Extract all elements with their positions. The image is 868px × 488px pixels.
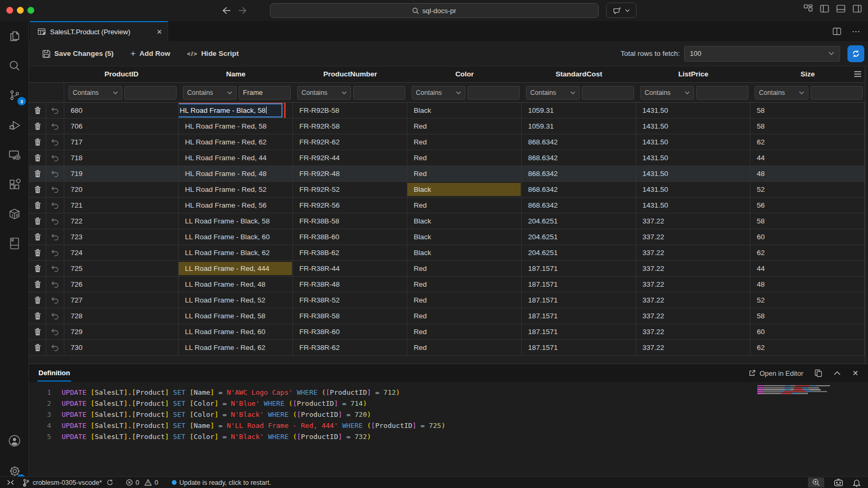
cell-standardcost[interactable]: 187.1571 [522,324,636,339]
zoom-status-icon[interactable] [808,477,824,487]
revert-row-icon[interactable] [46,103,64,118]
source-control-icon[interactable]: 3 [0,83,29,106]
tab-close-icon[interactable]: ✕ [157,28,162,36]
problems-status[interactable]: 0 0 [126,479,158,486]
cell-name[interactable]: HL Road Frame - Black, 58 [179,103,293,118]
forward-arrow-icon[interactable] [236,4,249,17]
filter-input-productid[interactable] [124,86,177,100]
remote-indicator-icon[interactable] [5,479,14,486]
revert-row-icon[interactable] [46,277,64,292]
toggle-primary-sidebar-icon[interactable] [820,5,829,13]
add-row-button[interactable]: + Add Row [131,48,170,59]
cell-size[interactable]: 58 [750,213,865,229]
update-ready-status[interactable]: Update is ready, click to restart. [172,479,271,486]
cell-standardcost[interactable]: 187.1571 [522,292,636,308]
delete-row-icon[interactable] [29,292,46,308]
collapse-panel-icon[interactable] [834,371,841,375]
cell-listprice[interactable]: 1431.50 [636,182,750,197]
open-in-editor-button[interactable]: Open in Editor [748,369,803,377]
table-row-726[interactable]: 726LL Road Frame - Red, 48FR-R38R-48Red1… [29,277,865,292]
table-row-719[interactable]: 719HL Road Frame - Red, 48FR-R92R-48Red8… [29,166,865,182]
delete-row-icon[interactable] [29,182,46,197]
cell-listprice[interactable]: 1431.50 [636,134,750,150]
filter-input-size[interactable] [811,86,863,100]
delete-row-icon[interactable] [29,261,46,276]
cell-productid[interactable]: 721 [64,198,179,213]
column-header-listprice[interactable]: ListPrice [636,66,750,82]
search-panel-icon[interactable] [0,54,29,77]
cell-color[interactable]: Red [407,166,522,181]
command-center-search[interactable]: sql-docs-pr [270,3,599,18]
cell-productnumber[interactable]: FR-R38R-60 [293,324,407,339]
table-row-723[interactable]: 723LL Road Frame - Black, 60FR-R38B-60Bl… [29,229,865,245]
cell-productnumber[interactable]: FR-R38B-58 [293,213,407,229]
maximize-window-button[interactable] [27,7,34,14]
cell-size[interactable]: 58 [750,119,865,134]
delete-row-icon[interactable] [29,277,46,292]
cell-productnumber[interactable]: FR-R38R-52 [293,292,407,308]
hide-script-button[interactable]: </> Hide Script [187,50,239,57]
cell-standardcost[interactable]: 204.6251 [522,245,636,260]
cell-standardcost[interactable]: 187.1571 [522,277,636,292]
notifications-bell-icon[interactable] [853,479,861,487]
cell-productid[interactable]: 680 [64,103,179,118]
toggle-panel-icon[interactable] [836,5,845,13]
close-panel-icon[interactable]: ✕ [852,369,859,377]
cell-name[interactable]: LL Road Frame - Red, 62 [179,340,293,355]
cell-productnumber[interactable]: FR-R92B-58 [293,103,407,118]
cell-standardcost[interactable]: 1059.31 [522,103,636,118]
cell-productid[interactable]: 722 [64,213,179,229]
revert-row-icon[interactable] [46,308,64,324]
remote-explorer-icon[interactable] [0,143,29,167]
cell-standardcost[interactable]: 187.1571 [522,340,636,355]
cell-size[interactable]: 48 [750,166,865,181]
cell-size[interactable]: 44 [750,261,865,276]
cell-name[interactable]: LL Road Frame - Red, 48 [179,277,293,292]
cell-listprice[interactable]: 337.22 [636,340,750,355]
cell-name[interactable]: LL Road Frame - Black, 60 [179,229,293,245]
table-row-728[interactable]: 728LL Road Frame - Red, 58FR-R38R-58Red1… [29,308,865,324]
cell-standardcost[interactable]: 868.6342 [522,198,636,213]
cell-productid[interactable]: 725 [64,261,179,276]
total-rows-select[interactable]: 100 [684,46,840,62]
minimize-window-button[interactable] [17,7,24,14]
cell-color[interactable]: Red [407,150,522,165]
cell-productid[interactable]: 730 [64,340,179,355]
cell-color[interactable]: Red [407,308,522,324]
cell-standardcost[interactable]: 204.6251 [522,229,636,245]
cell-color[interactable]: Black [407,229,522,245]
cell-color[interactable]: Red [407,292,522,308]
revert-row-icon[interactable] [46,340,64,355]
column-header-size[interactable]: Size [750,66,865,82]
filter-operator-productid[interactable]: Contains [69,86,122,100]
cell-productnumber[interactable]: FR-R38B-62 [293,245,407,260]
cell-listprice[interactable]: 1431.50 [636,150,750,165]
toggle-secondary-sidebar-icon[interactable] [853,5,862,13]
revert-row-icon[interactable] [46,119,64,134]
filter-input-standardcost[interactable] [582,86,634,100]
delete-row-icon[interactable] [29,119,46,134]
column-header-name[interactable]: Name [179,66,293,82]
cell-color[interactable]: Red [407,277,522,292]
cell-productnumber[interactable]: FR-R92R-62 [293,134,407,150]
cell-name[interactable]: HL Road Frame - Red, 56 [179,198,293,213]
cell-productid[interactable]: 726 [64,277,179,292]
cell-listprice[interactable]: 1431.50 [636,103,750,118]
filter-operator-size[interactable]: Contains [755,86,808,100]
split-editor-icon[interactable] [833,27,841,35]
cell-standardcost[interactable]: 1059.31 [522,119,636,134]
cell-listprice[interactable]: 337.22 [636,324,750,339]
cell-standardcost[interactable]: 204.6251 [522,213,636,229]
cell-productid[interactable]: 717 [64,134,179,150]
cell-name[interactable]: HL Road Frame - Red, 52 [179,182,293,197]
revert-row-icon[interactable] [46,166,64,181]
table-row-721[interactable]: 721HL Road Frame - Red, 56FR-R92R-56Red8… [29,198,865,213]
cell-productnumber[interactable]: FR-R92R-44 [293,150,407,165]
cell-color[interactable]: Red [407,119,522,134]
cell-color[interactable]: Black [407,245,522,260]
cell-productid[interactable]: 724 [64,245,179,260]
cell-name[interactable]: HL Road Frame - Red, 62 [179,134,293,150]
accounts-icon[interactable] [0,429,29,452]
cell-size[interactable]: 58 [750,103,865,118]
column-menu-icon[interactable] [854,71,862,77]
